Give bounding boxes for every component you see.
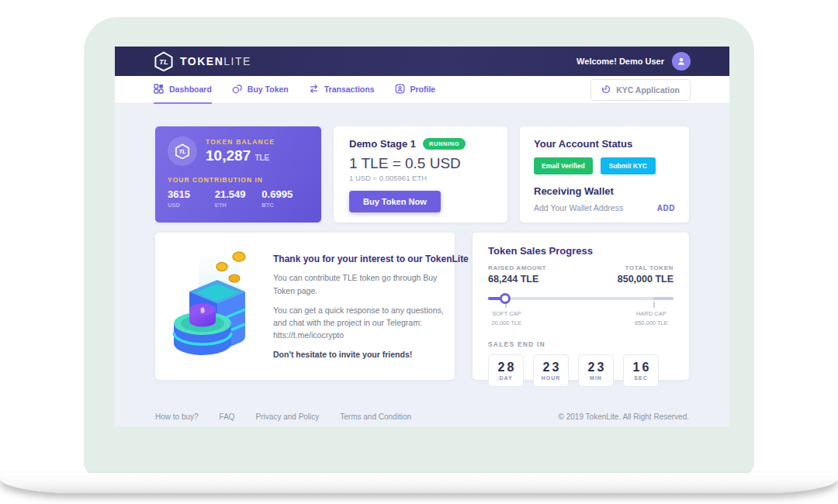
- laptop-mockup: TL TOKENLITE Welcome! Demo User: [0, 0, 838, 504]
- countdown-day-unit: DAY: [499, 375, 512, 381]
- soft-cap-value: 20,000 TLE: [492, 319, 522, 328]
- nav-label-profile: Profile: [410, 85, 436, 94]
- svg-text:TL: TL: [178, 148, 186, 155]
- cap-labels: SOFT CAP 20,000 TLE HARD CAP 850,000 TLE: [488, 309, 674, 330]
- thank-you-title: Thank you for your interest to our Token…: [273, 254, 455, 264]
- total-token-value: 850,000 TLE: [618, 274, 674, 285]
- footer-link-terms[interactable]: Terms and Condition: [340, 413, 411, 421]
- nav-item-buy-token[interactable]: Buy Token: [232, 76, 289, 104]
- contribution-eth-value: 21.549: [215, 188, 262, 200]
- nav-label-buy-token: Buy Token: [248, 85, 289, 94]
- countdown-min-value: 23: [586, 361, 607, 375]
- countdown-min-unit: MIN: [590, 375, 602, 381]
- app-window: TL TOKENLITE Welcome! Demo User: [115, 47, 729, 426]
- nav-label-dashboard: Dashboard: [169, 85, 212, 94]
- countdown-day-value: 28: [496, 361, 517, 375]
- kyc-button-label: KYC Application: [616, 85, 680, 95]
- footer-link-faq[interactable]: FAQ: [220, 413, 235, 421]
- profile-card-icon: [395, 84, 405, 94]
- countdown-sec-value: 16: [631, 361, 652, 375]
- hard-cap-value: 850,000 TLE: [635, 319, 668, 328]
- slider-track-hardcap-segment: [653, 297, 674, 300]
- balance-number: 10,287: [206, 147, 251, 164]
- footer-link-privacy[interactable]: Privacy and Policy: [256, 413, 320, 421]
- nav-label-transactions: Transactions: [324, 85, 375, 94]
- total-token-block: TOTAL TOKEN 850,000 TLE: [618, 264, 674, 285]
- contribution-values: 3615 USD 21.549 ETH 0.6995 BTC: [168, 188, 309, 209]
- sales-end-label: SALES END IN: [488, 340, 674, 348]
- receiving-wallet-title: Receiving Wallet: [534, 185, 675, 197]
- hard-cap-tick: [653, 302, 655, 308]
- token-sales-progress-card: Token Sales Progress RAISED AMOUNT 68,24…: [473, 233, 689, 380]
- countdown-min-box: 23 MIN: [578, 354, 614, 387]
- contribution-btc-label: BTC: [261, 202, 309, 209]
- countdown-hour-box: 23 HOUR: [533, 354, 569, 387]
- countdown-sec-box: 16 SEC: [623, 354, 659, 387]
- countdown-day-box: 28 DAY: [488, 354, 524, 387]
- balance-amount: 10,287 TLE: [206, 147, 275, 164]
- svg-text:TL: TL: [159, 57, 168, 66]
- nav-items: Dashboard Buy Token: [154, 76, 455, 104]
- thank-you-card: ฿ Thank you for your interest to our Tok…: [155, 233, 455, 380]
- balance-label: TOKEN BALANCE: [206, 138, 275, 146]
- dashboard-content: TL TOKEN BALANCE 10,287 TLE YOUR CONTRIB…: [115, 104, 729, 426]
- wallet-row: Add Your Wallet Address ADD: [534, 203, 675, 212]
- token-sub-rate: 1 USD = 0.005961 ETH: [349, 174, 492, 182]
- copyright-text: © 2019 TokenLite. All Right Reserved.: [559, 413, 689, 421]
- contribution-usd-label: USD: [168, 202, 215, 209]
- raised-amount-block: RAISED AMOUNT 68,244 TLE: [488, 264, 546, 285]
- balance-amount-block: TOKEN BALANCE 10,287 TLE: [206, 138, 275, 164]
- header-user-area: Welcome! Demo User: [577, 52, 691, 71]
- wallet-hint: Add Your Wallet Address: [534, 203, 623, 212]
- balance-header: TL TOKEN BALANCE 10,287 TLE: [168, 136, 309, 166]
- countdown-hour-value: 23: [541, 361, 562, 375]
- dashboard-grid-icon: [154, 84, 164, 94]
- contribution-eth: 21.549 ETH: [215, 188, 262, 209]
- countdown-timer: 28 DAY 23 HOUR 23 MIN 16: [488, 354, 674, 387]
- svg-text:฿: ฿: [200, 306, 205, 314]
- main-nav: Dashboard Buy Token: [115, 76, 729, 104]
- footer-link-how-to-buy[interactable]: How to buy?: [155, 413, 199, 421]
- add-wallet-link[interactable]: ADD: [657, 204, 675, 212]
- countdown-hour-unit: HOUR: [542, 375, 561, 381]
- running-status-badge: RUNNING: [423, 138, 466, 150]
- balance-unit: TLE: [255, 154, 269, 162]
- user-avatar[interactable]: [672, 52, 691, 71]
- thank-you-text: Thank you for your interest to our Token…: [273, 254, 455, 358]
- nav-item-profile[interactable]: Profile: [395, 76, 436, 104]
- brand-name-bold: TOKEN: [180, 55, 223, 67]
- footer-links: How to buy? FAQ Privacy and Policy Terms…: [155, 413, 411, 421]
- account-status-card: Your Account Status Email Verified Submi…: [520, 126, 689, 223]
- coins-stack-illustration: ฿: [168, 246, 262, 367]
- laptop-base: [0, 473, 838, 493]
- nav-item-dashboard[interactable]: Dashboard: [154, 76, 212, 104]
- total-token-label: TOTAL TOKEN: [618, 264, 674, 271]
- soft-cap-label: SOFT CAP 20,000 TLE: [492, 309, 522, 327]
- thank-you-invite-line: Don't hesitate to invite your friends!: [273, 350, 455, 359]
- summary-cards-row: TL TOKEN BALANCE 10,287 TLE YOUR CONTRIB…: [155, 104, 689, 223]
- token-balance-card: TL TOKEN BALANCE 10,287 TLE YOUR CONTRIB…: [155, 126, 321, 223]
- token-stage-card: Demo Stage 1 RUNNING 1 TLE = 0.5 USD 1 U…: [334, 126, 507, 223]
- kyc-pie-icon: [601, 85, 611, 95]
- hard-cap-title: HARD CAP: [635, 309, 668, 319]
- sales-amounts: RAISED AMOUNT 68,244 TLE TOTAL TOKEN 850…: [488, 264, 674, 285]
- contribution-eth-label: ETH: [215, 202, 262, 209]
- buy-token-now-button[interactable]: Buy Token Now: [349, 191, 441, 212]
- countdown-sec-unit: SEC: [634, 375, 647, 381]
- soft-cap-title: SOFT CAP: [492, 309, 522, 319]
- submit-kyc-badge[interactable]: Submit KYC: [601, 157, 656, 174]
- brand-name-light: LITE: [223, 55, 251, 67]
- thank-you-paragraph-2: You can get a quick response to any ques…: [273, 304, 455, 342]
- slider-handle[interactable]: [500, 293, 511, 304]
- coins-icon: [232, 84, 242, 94]
- contribution-usd: 3615 USD: [168, 188, 215, 209]
- slider-track: [488, 297, 674, 300]
- email-verified-badge[interactable]: Email Verified: [534, 157, 593, 174]
- kyc-application-button[interactable]: KYC Application: [590, 79, 691, 101]
- token-rate: 1 TLE = 0.5 USD: [349, 155, 492, 172]
- contribution-btc-value: 0.6995: [261, 188, 309, 200]
- nav-item-transactions[interactable]: Transactions: [309, 76, 375, 104]
- raised-amount-label: RAISED AMOUNT: [488, 264, 546, 271]
- thank-you-paragraph-1: You can contribute TLE token go through …: [273, 271, 455, 297]
- contribution-usd-value: 3615: [168, 188, 215, 200]
